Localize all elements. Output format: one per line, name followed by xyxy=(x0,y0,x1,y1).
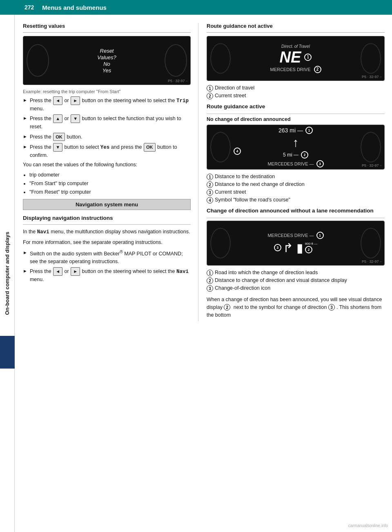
turn-captions: 1 Road into which the change of directio… xyxy=(207,270,385,292)
no-change-title: No change of direction announced xyxy=(207,116,385,122)
ne-circled-1: 1 xyxy=(207,85,213,92)
arrow-3: ► xyxy=(23,133,27,140)
resetting-values-section: Resetting values Reset Values? No Yes P5… xyxy=(23,23,191,196)
dist-circled-3: 3 xyxy=(207,189,213,196)
ne-caption-1-text: Direction of travel xyxy=(215,85,254,91)
btn-down[interactable]: ▼ xyxy=(71,114,80,123)
callout-1-dist: 1 xyxy=(305,127,313,134)
dist-caption-3-text: Current street xyxy=(215,189,246,195)
route-active-divider xyxy=(207,114,385,114)
dist-caption-4: 4 Symbol "follow the road's course" xyxy=(207,197,385,203)
navi-menu-ref: Navi xyxy=(37,229,49,235)
header-title: Menus and submenus xyxy=(42,4,107,11)
arrow-2: ► xyxy=(23,115,27,122)
reset-line2: Values? xyxy=(97,54,116,60)
ne-caption-2: 2 Current street xyxy=(207,93,385,99)
turn-caption-3: 3 Change-of-direction icon xyxy=(207,285,385,292)
dist-watermark: P5 · 32-97 ·· xyxy=(362,163,382,168)
ne-circled-2: 2 xyxy=(207,93,213,99)
turn-arrow-icon: ↱ ▮ xyxy=(283,241,303,255)
btn-up[interactable]: ▲ xyxy=(53,114,62,123)
turn-brand: MERCEDES DRIVE — xyxy=(267,233,314,238)
route-not-active-image: Direct. of Travel NE 1 MERCEDES DRIVE 2 … xyxy=(207,36,385,81)
reset-instruction-3-text: Press the OK button. xyxy=(30,133,82,141)
btn-ok-1[interactable]: OK xyxy=(53,133,65,141)
sidebar-blue-bar xyxy=(0,336,15,369)
reset-values-image: Reset Values? No Yes P5 · 32-97 ·· xyxy=(23,36,191,85)
ne-direction: NE xyxy=(280,49,301,65)
reset-instruction-2: ► Press the ▲ or ▼ button to select the … xyxy=(23,114,191,130)
change-announced-para: When a change of direction has been anno… xyxy=(207,296,385,319)
ne-watermark: P5 · 32-97 ·· xyxy=(362,75,382,79)
arrow-4: ► xyxy=(23,143,27,150)
navi-instruction-2-text: Press the ◄ or ► button on the steering … xyxy=(30,267,191,283)
btn-ok-2[interactable]: OK xyxy=(144,143,156,152)
reset-instruction-1-text: Press the ◄ or ► button on the steering … xyxy=(30,96,191,112)
navi-instruction-2: ► Press the ◄ or ► button on the steerin… xyxy=(23,267,191,283)
ne-brand: MERCEDES DRIVE xyxy=(270,67,310,72)
trip-menu-label: Trip xyxy=(176,98,189,104)
dist-circled-4: 4 xyxy=(207,197,213,203)
route-not-active-section: Route guidance not active Direct. of Tra… xyxy=(207,23,385,99)
callout-1-ne: 1 xyxy=(304,54,312,61)
callout-3-dist: 3 xyxy=(316,160,324,168)
navi-arrow-1: ► xyxy=(23,249,27,256)
navi-para-1: In the Navi menu, the multifunction disp… xyxy=(23,228,191,236)
reset-line4: Yes xyxy=(102,67,111,74)
ne-caption-2-text: Current street xyxy=(215,93,246,98)
btn-down-2[interactable]: ▼ xyxy=(53,143,62,152)
reset-instruction-3: ► Press the OK button. xyxy=(23,133,191,141)
btn-right[interactable]: ► xyxy=(71,96,80,105)
yes-label: Yes xyxy=(100,145,110,150)
turn-caption-1-text: Road into which the change of direction … xyxy=(215,270,318,275)
turn-caption-3-text: Change-of-direction icon xyxy=(215,285,270,291)
dist-bottom: 5 mi — xyxy=(283,152,298,158)
inline-circled-3: 3 xyxy=(328,304,335,311)
turn-watermark: P5 · 32-97 ·· xyxy=(362,259,382,264)
turn-caption-1: 1 Road into which the change of directio… xyxy=(207,270,385,276)
dist-caption-4-text: Symbol "follow the road's course" xyxy=(215,197,290,203)
reset-image-watermark: P5 · 32-97 ·· xyxy=(168,79,188,83)
route-not-active-title: Route guidance not active xyxy=(207,23,385,29)
navi-instruction-1: ► Switch on the audio system with Becker… xyxy=(23,249,191,266)
no-change-section: No change of direction announced 263 mi … xyxy=(207,116,385,203)
reset-can-reset-para: You can reset the values of the followin… xyxy=(23,161,191,169)
dist-caption-1-text: Distance to the destination xyxy=(215,174,275,179)
btn-left[interactable]: ◄ xyxy=(53,96,62,105)
direction-label: Direct. of Travel xyxy=(281,44,310,49)
inline-circled-2: 2 xyxy=(224,304,230,311)
callout-3-turn: 3 xyxy=(274,244,281,251)
dist-caption-1: 1 Distance to the destination xyxy=(207,174,385,180)
btn-left-navi[interactable]: ◄ xyxy=(53,267,62,276)
nav-title-divider xyxy=(23,224,191,225)
change-announced-image: MERCEDES DRIVE — 1 3 ↱ ▮ 800 ft — 2 P5 ·… xyxy=(207,221,385,266)
page-number: 272 xyxy=(24,4,34,11)
ne-content: Direct. of Travel NE 1 MERCEDES DRIVE 2 xyxy=(270,44,321,73)
btn-right-navi[interactable]: ► xyxy=(71,267,80,276)
dist-caption-3: 3 Current street xyxy=(207,189,385,196)
reset-image-caption: Example: resetting the trip computer "Fr… xyxy=(23,89,191,94)
route-active-title: Route guidance active xyxy=(207,103,385,110)
route-not-active-divider xyxy=(207,32,385,33)
distance-content: 263 mi — 1 ↑ 5 mi — 2 MERCEDES DRIVE — 3 xyxy=(267,127,323,168)
reset-line1: Reset xyxy=(100,48,114,54)
reset-line3: No xyxy=(103,61,110,67)
displaying-nav-section: Displaying navigation instructions In th… xyxy=(23,215,191,283)
navi-para-2: For more information, see the separate o… xyxy=(23,239,191,246)
turn-circled-1: 1 xyxy=(207,270,213,276)
turn-caption-2: 2 Distance to change of direction and vi… xyxy=(207,277,385,284)
dist-arrow-icon: ↑ xyxy=(292,136,298,150)
turn-caption-2-text: Distance to change of direction and visu… xyxy=(215,277,347,283)
navi-menu-label: Navi xyxy=(176,269,189,275)
page-watermark: carmanualsonline.info xyxy=(348,523,388,528)
no-change-image: 263 mi — 1 ↑ 5 mi — 2 MERCEDES DRIVE — 3 xyxy=(207,125,385,170)
left-column: Resetting values Reset Values? No Yes P5… xyxy=(15,23,198,321)
reset-image-content: Reset Values? No Yes xyxy=(97,48,116,74)
callout-4-dist: 4 xyxy=(234,148,241,155)
bullet-item-3: "From Reset" trip computer xyxy=(29,188,191,196)
reset-instruction-2-text: Press the ▲ or ▼ button to select the fu… xyxy=(30,114,191,130)
dist-caption-2-text: Distance to the next change of direction xyxy=(215,181,305,187)
callout-2-ne: 2 xyxy=(314,66,321,73)
bullet-item-2: "From Start" trip computer xyxy=(29,180,191,188)
bullet-item-1: trip odometer xyxy=(29,171,191,179)
